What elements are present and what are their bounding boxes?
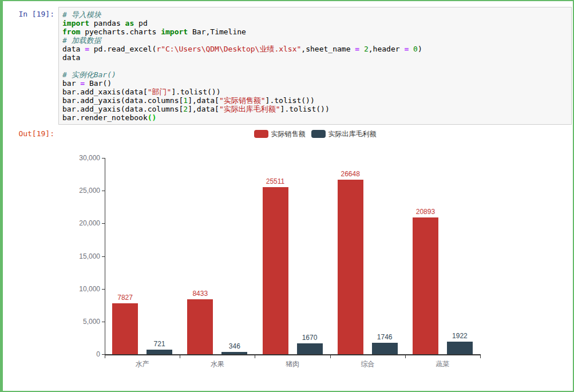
legend-label-profit: 实际出库毛利额 [328, 129, 377, 139]
code-line[interactable]: import pandas as pd [62, 19, 568, 27]
bar-实际销售额-猪肉[interactable] [263, 187, 288, 354]
code-line[interactable]: # 加载数据 [62, 36, 568, 45]
bar-实际出库毛利额-综合[interactable] [372, 343, 398, 354]
bar-value-label: 26648 [327, 170, 373, 178]
bar-实际销售额-蔬菜[interactable] [413, 217, 438, 354]
x-axis-category-label: 猪肉 [258, 360, 327, 368]
bar-value-label: 1670 [287, 334, 332, 342]
notebook-cell: In [19]: # 导入模块import pandas as pdfrom p… [0, 0, 574, 392]
x-axis-tick [180, 355, 180, 358]
bar-value-label: 1922 [437, 332, 482, 340]
code-line[interactable]: bar.add_xaxis(data["部门"].tolist()) [62, 88, 568, 96]
y-axis-tick-label: 5,000 [66, 318, 100, 325]
output-prompt: Out[19]: [3, 129, 54, 138]
bar-value-label: 20893 [402, 208, 448, 216]
bar-实际销售额-水果[interactable] [187, 299, 213, 354]
code-line[interactable]: bar.add_yaxis(data.columns[1],data["实际销售… [62, 96, 568, 105]
chart-legend: 实际销售额 实际出库毛利额 [58, 129, 572, 138]
y-axis-tick-label: 20,000 [66, 220, 100, 227]
code-line[interactable]: # 导入模块 [62, 10, 568, 19]
y-axis-tick [102, 322, 105, 322]
bar-value-label: 1746 [362, 333, 407, 341]
y-axis-tick [102, 256, 105, 257]
code-editor[interactable]: # 导入模块import pandas as pdfrom pyecharts.… [58, 7, 572, 125]
y-axis-tick-label: 10,000 [66, 286, 100, 292]
x-axis-line [105, 354, 481, 355]
code-line[interactable]: from pyecharts.charts import Bar,Timelin… [62, 27, 568, 36]
y-axis-tick [102, 191, 105, 191]
legend-marker-sales-icon [254, 130, 268, 138]
code-line[interactable]: bar.render_notebook() [62, 113, 568, 122]
y-axis-tick [102, 289, 105, 290]
code-line[interactable]: # 实例化Bar() [62, 70, 568, 79]
code-line[interactable] [62, 62, 568, 70]
bar-value-label: 721 [137, 340, 183, 348]
bar-实际出库毛利额-水果[interactable] [221, 352, 247, 354]
bar-实际销售额-水产[interactable] [112, 303, 138, 354]
y-axis-tick-label: 25,000 [66, 187, 100, 194]
code-lines: # 导入模块import pandas as pdfrom pyecharts.… [62, 10, 568, 122]
y-axis-tick [102, 354, 105, 355]
bar-value-label: 7827 [102, 294, 148, 302]
legend-marker-profit-icon [311, 130, 326, 138]
bar-实际出库毛利额-蔬菜[interactable] [447, 342, 473, 354]
code-line[interactable]: data = pd.read_excel(r"C:\Users\QDM\Desk… [62, 45, 568, 53]
x-axis-tick [405, 355, 406, 358]
x-axis-category-label: 水果 [183, 360, 252, 368]
y-axis-line [105, 158, 105, 354]
bar-实际出库毛利额-水产[interactable] [147, 350, 172, 354]
x-axis-category-label: 蔬菜 [408, 360, 477, 368]
bar-value-label: 346 [212, 342, 258, 350]
y-axis-tick-label: 0 [66, 351, 100, 358]
legend-item-profit[interactable]: 实际出库毛利额 [311, 129, 377, 139]
bar-实际出库毛利额-猪肉[interactable] [297, 343, 323, 354]
x-axis-tick [330, 355, 331, 358]
code-line[interactable]: data [62, 53, 568, 62]
bar-value-label: 8433 [177, 290, 223, 298]
x-axis-tick [255, 355, 255, 358]
legend-item-sales[interactable]: 实际销售额 [254, 129, 306, 139]
legend-label-sales: 实际销售额 [271, 129, 306, 139]
x-axis-category-label: 水产 [108, 360, 177, 368]
y-axis-tick-label: 15,000 [66, 253, 100, 260]
y-axis-tick-label: 30,000 [66, 155, 100, 161]
x-axis-tick [480, 355, 481, 358]
y-axis-tick [102, 158, 105, 159]
y-axis-tick [102, 223, 105, 224]
x-axis-tick [105, 355, 105, 358]
bar-实际销售额-综合[interactable] [338, 180, 363, 354]
code-line[interactable]: bar = Bar() [62, 79, 568, 88]
input-prompt: In [19]: [3, 10, 54, 18]
code-line[interactable]: bar.add_yaxis(data.columns[2],data["实际出库… [62, 105, 568, 113]
bar-value-label: 25511 [252, 177, 298, 185]
x-axis-category-label: 综合 [333, 360, 402, 368]
